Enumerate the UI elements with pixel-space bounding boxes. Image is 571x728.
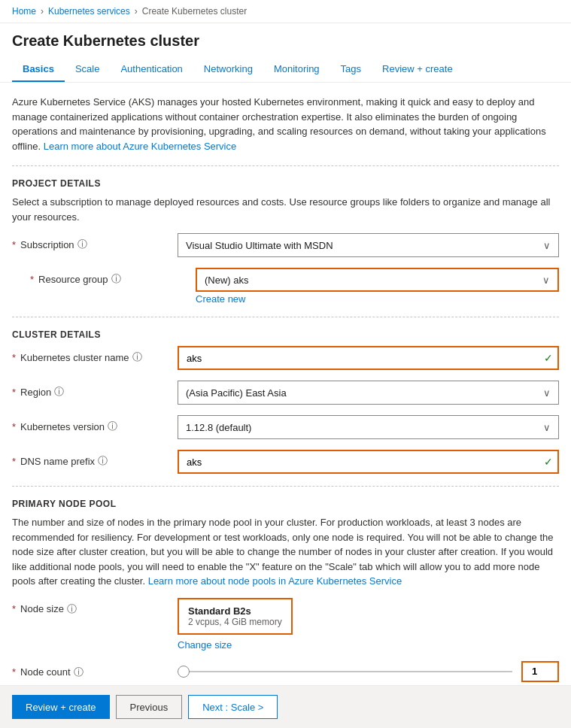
divider-1	[12, 165, 559, 166]
tab-tags[interactable]: Tags	[330, 57, 372, 82]
node-size-value: Standard B2s	[188, 605, 282, 617]
next-button[interactable]: Next : Scale >	[188, 695, 278, 719]
subscription-row: * Subscription ⓘ Visual Studio Ultimate …	[12, 233, 559, 257]
node-count-label: * Node count ⓘ	[12, 661, 178, 679]
divider-3	[12, 486, 559, 487]
dns-name-valid-icon: ✓	[544, 456, 553, 468]
project-details-description: Select a subscription to manage deployed…	[12, 195, 559, 224]
kubernetes-version-input: 1.12.8 (default) ∨	[178, 415, 559, 439]
node-count-info-icon[interactable]: ⓘ	[74, 666, 84, 679]
cluster-name-valid-icon: ✓	[544, 352, 553, 364]
subscription-label: * Subscription ⓘ	[12, 233, 178, 251]
previous-button[interactable]: Previous	[116, 695, 183, 719]
breadcrumb: Home › Kubernetes services › Create Kube…	[0, 0, 571, 23]
resource-group-chevron-icon: ∨	[542, 275, 550, 286]
node-size-description: 2 vcpus, 4 GiB memory	[188, 617, 282, 627]
tab-monitoring[interactable]: Monitoring	[263, 57, 330, 82]
primary-node-pool-header: PRIMARY NODE POOL	[12, 499, 559, 509]
dns-name-label: * DNS name prefix ⓘ	[12, 450, 178, 468]
node-count-number-input[interactable]	[521, 661, 559, 682]
node-pool-description: The number and size of nodes in the prim…	[12, 515, 559, 589]
cluster-name-row: * Kubernetes cluster name ⓘ ✓	[12, 346, 559, 370]
subscription-chevron-icon: ∨	[543, 240, 551, 251]
breadcrumb-current: Create Kubernetes cluster	[142, 6, 247, 17]
dns-name-info-icon[interactable]: ⓘ	[98, 454, 108, 468]
node-size-info-icon[interactable]: ⓘ	[67, 602, 77, 616]
dns-name-row: * DNS name prefix ⓘ ✓	[12, 450, 559, 474]
dns-name-input[interactable]	[178, 450, 559, 474]
kubernetes-version-row: * Kubernetes version ⓘ 1.12.8 (default) …	[12, 415, 559, 439]
region-label: * Region ⓘ	[12, 381, 178, 399]
subscription-input: Visual Studio Ultimate with MSDN ∨	[178, 233, 559, 257]
kubernetes-version-chevron-icon: ∨	[543, 422, 551, 433]
cluster-name-label: * Kubernetes cluster name ⓘ	[12, 346, 178, 364]
breadcrumb-service[interactable]: Kubernetes services	[48, 6, 130, 17]
node-count-input	[178, 661, 559, 682]
node-size-label: * Node size ⓘ	[12, 598, 178, 616]
create-new-resource-group-link[interactable]: Create new	[196, 293, 559, 305]
resource-group-row: * Resource group ⓘ (New) aks ∨ Create ne…	[12, 268, 559, 305]
project-details-header: PROJECT DETAILS	[12, 178, 559, 189]
resource-group-info-icon[interactable]: ⓘ	[111, 272, 121, 286]
kubernetes-version-info-icon[interactable]: ⓘ	[108, 420, 117, 433]
footer: Review + create Previous Next : Scale >	[0, 685, 571, 728]
cluster-name-input[interactable]	[178, 346, 559, 370]
region-row: * Region ⓘ (Asia Pacific) East Asia ∨	[12, 381, 559, 405]
region-chevron-icon: ∨	[543, 387, 551, 399]
tab-networking[interactable]: Networking	[193, 57, 263, 82]
page-title: Create Kubernetes cluster	[0, 23, 571, 57]
subscription-info-icon[interactable]: ⓘ	[77, 238, 87, 251]
region-info-icon[interactable]: ⓘ	[54, 385, 64, 399]
node-count-slider[interactable]	[178, 671, 512, 672]
tab-scale[interactable]: Scale	[65, 57, 111, 82]
dns-name-input-wrapper: ✓	[178, 450, 559, 474]
resource-group-input: (New) aks ∨ Create new	[196, 268, 559, 305]
learn-more-node-pools-link[interactable]: Learn more about node pools in Azure Kub…	[148, 575, 402, 587]
divider-2	[12, 317, 559, 317]
tab-bar: Basics Scale Authentication Networking M…	[0, 57, 571, 83]
node-count-slider-row	[178, 661, 559, 682]
breadcrumb-home[interactable]: Home	[12, 6, 36, 17]
cluster-name-info-icon[interactable]: ⓘ	[132, 350, 142, 364]
cluster-details-header: CLUSTER DETAILS	[12, 329, 559, 340]
tab-review-create[interactable]: Review + create	[372, 57, 463, 82]
kubernetes-version-dropdown[interactable]: 1.12.8 (default) ∨	[178, 415, 559, 439]
resource-group-label: * Resource group ⓘ	[30, 268, 196, 286]
subscription-dropdown[interactable]: Visual Studio Ultimate with MSDN ∨	[178, 233, 559, 257]
node-size-input: Standard B2s 2 vcpus, 4 GiB memory Chang…	[178, 598, 559, 651]
node-count-row: * Node count ⓘ	[12, 661, 559, 682]
cluster-name-input-wrapper: ✓	[178, 346, 559, 370]
change-size-link[interactable]: Change size	[178, 639, 559, 651]
node-size-box: Standard B2s 2 vcpus, 4 GiB memory	[178, 598, 293, 635]
tab-authentication[interactable]: Authentication	[110, 57, 193, 82]
region-dropdown[interactable]: (Asia Pacific) East Asia ∨	[178, 381, 559, 405]
tab-basics[interactable]: Basics	[12, 57, 65, 82]
review-create-button[interactable]: Review + create	[12, 695, 110, 719]
learn-more-link[interactable]: Learn more about Azure Kubernetes Servic…	[44, 141, 237, 152]
intro-description: Azure Kubernetes Service (AKS) manages y…	[12, 95, 559, 153]
resource-group-dropdown[interactable]: (New) aks ∨	[196, 268, 559, 292]
kubernetes-version-label: * Kubernetes version ⓘ	[12, 415, 178, 433]
region-input: (Asia Pacific) East Asia ∨	[178, 381, 559, 405]
node-size-row: * Node size ⓘ Standard B2s 2 vcpus, 4 Gi…	[12, 598, 559, 651]
